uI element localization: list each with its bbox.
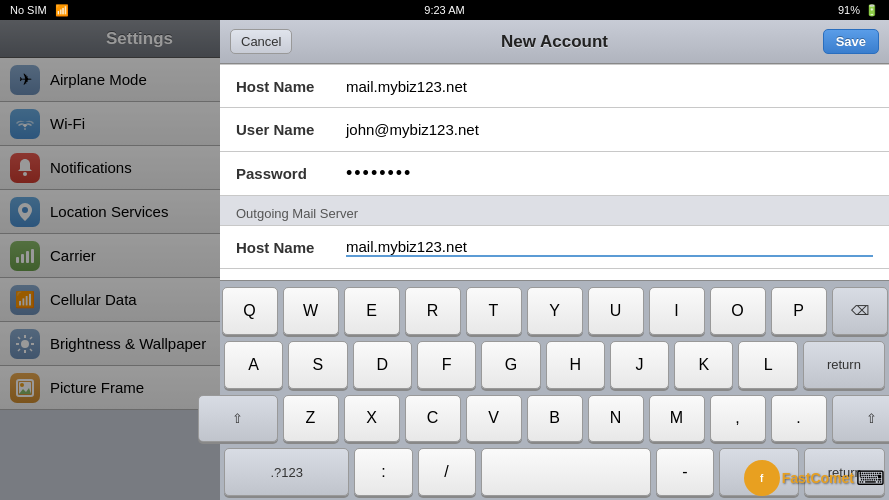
key-h[interactable]: H [546, 341, 605, 389]
key-m[interactable]: M [649, 395, 705, 443]
fastcomet-text: FastComet [782, 470, 854, 486]
key-i[interactable]: I [649, 287, 705, 335]
keyboard-watermark-icon: ⌨ [856, 466, 885, 490]
key-space[interactable] [481, 448, 651, 496]
watermark: f FastComet ⌨ [744, 460, 885, 496]
key-b[interactable]: B [527, 395, 583, 443]
keyboard-row-3: ⇧ Z X C V B N M , . ⇧ [224, 395, 885, 443]
password-row-incoming: Password •••••••• [220, 152, 889, 196]
outgoing-section-header: Outgoing Mail Server [220, 196, 889, 225]
key-w[interactable]: W [283, 287, 339, 335]
key-j[interactable]: J [610, 341, 669, 389]
main-area: Settings ✈ Airplane Mode Wi-Fi › [0, 20, 889, 500]
shift-key-right[interactable]: ⇧ [832, 395, 890, 443]
clock: 9:23 AM [424, 4, 464, 16]
key-r[interactable]: R [405, 287, 461, 335]
key-l[interactable]: L [738, 341, 797, 389]
password-value-incoming: •••••••• [346, 163, 873, 184]
key-c[interactable]: C [405, 395, 461, 443]
key-d[interactable]: D [353, 341, 412, 389]
numeric-key[interactable]: .?123 [224, 448, 349, 496]
key-slash[interactable]: / [418, 448, 476, 496]
key-e[interactable]: E [344, 287, 400, 335]
key-y[interactable]: Y [527, 287, 583, 335]
host-name-value-incoming: mail.mybiz123.net [346, 78, 873, 95]
user-name-label-incoming: User Name [236, 121, 346, 138]
key-t[interactable]: T [466, 287, 522, 335]
host-name-row-incoming: Host Name mail.mybiz123.net [220, 64, 889, 108]
key-colon[interactable]: : [354, 448, 412, 496]
user-name-row-incoming: User Name john@mybiz123.net [220, 108, 889, 152]
key-dash[interactable]: - [656, 448, 714, 496]
key-n[interactable]: N [588, 395, 644, 443]
cancel-button[interactable]: Cancel [230, 29, 292, 54]
host-name-row-outgoing: Host Name [220, 225, 889, 269]
outgoing-mail-section: Host Name User Name Password [220, 225, 889, 280]
key-x[interactable]: X [344, 395, 400, 443]
user-name-row-outgoing: User Name [220, 269, 889, 280]
host-name-label-outgoing: Host Name [236, 239, 346, 256]
return-key[interactable]: return [803, 341, 885, 389]
dialog-header: Cancel New Account Save [220, 20, 889, 64]
dialog-title: New Account [501, 32, 608, 52]
battery-icon: 🔋 [865, 4, 879, 17]
wifi-icon: 📶 [55, 4, 69, 17]
key-period[interactable]: . [771, 395, 827, 443]
host-name-label-incoming: Host Name [236, 78, 346, 95]
key-u[interactable]: U [588, 287, 644, 335]
key-s[interactable]: S [288, 341, 347, 389]
carrier-label: No SIM [10, 4, 47, 16]
status-left: No SIM 📶 [10, 4, 69, 17]
fastcomet-logo: f [744, 460, 780, 496]
new-account-dialog: Cancel New Account Save Host Name mail.m… [220, 20, 889, 500]
host-name-input-outgoing[interactable] [346, 238, 873, 257]
battery-label: 91% [838, 4, 860, 16]
shift-key[interactable]: ⇧ [198, 395, 278, 443]
dialog-content: Host Name mail.mybiz123.net User Name jo… [220, 64, 889, 280]
status-bar: No SIM 📶 9:23 AM 91% 🔋 [0, 0, 889, 20]
password-label-incoming: Password [236, 165, 346, 182]
key-g[interactable]: G [481, 341, 540, 389]
key-p[interactable]: P [771, 287, 827, 335]
keyboard-row-1: Q W E R T Y U I O P ⌫ [224, 287, 885, 335]
key-o[interactable]: O [710, 287, 766, 335]
key-z[interactable]: Z [283, 395, 339, 443]
key-a[interactable]: A [224, 341, 283, 389]
key-f[interactable]: F [417, 341, 476, 389]
user-name-value-incoming: john@mybiz123.net [346, 121, 873, 138]
keyboard-row-2: A S D F G H J K L return [224, 341, 885, 389]
key-q[interactable]: Q [222, 287, 278, 335]
key-v[interactable]: V [466, 395, 522, 443]
status-right: 91% 🔋 [838, 4, 879, 17]
key-k[interactable]: K [674, 341, 733, 389]
incoming-mail-section: Host Name mail.mybiz123.net User Name jo… [220, 64, 889, 196]
save-button[interactable]: Save [823, 29, 879, 54]
backspace-key[interactable]: ⌫ [832, 287, 888, 335]
key-comma[interactable]: , [710, 395, 766, 443]
